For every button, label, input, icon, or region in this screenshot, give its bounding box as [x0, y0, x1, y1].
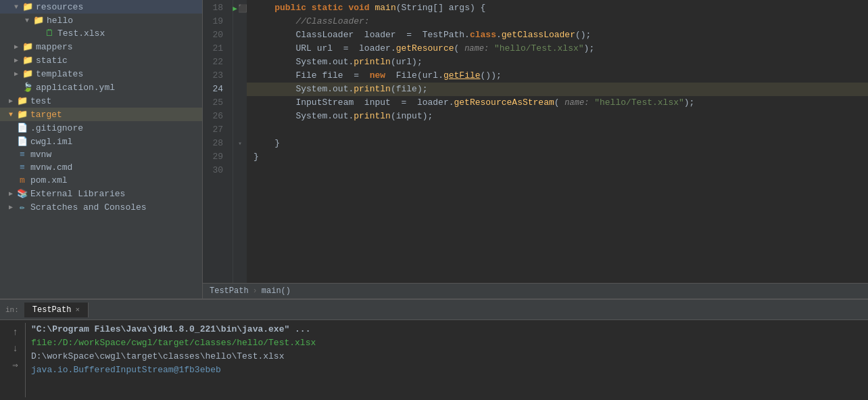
gutter-22	[233, 55, 247, 69]
line-num-29: 29	[203, 150, 227, 164]
application-yml-label: application.yml	[36, 83, 202, 93]
folder-icon: 📁	[32, 15, 45, 26]
templates-label: templates	[36, 69, 202, 79]
scroll-down-button[interactable]: ↓	[9, 342, 22, 355]
console-line-1: "C:\Program Files\Java\jdk1.8.0_221\bin\…	[31, 323, 863, 336]
cwgl-iml-label: cwgl.iml	[30, 137, 202, 147]
folder-icon: 📁	[22, 41, 34, 52]
scratches-icon: ✏	[16, 202, 28, 213]
redirect-button[interactable]: ⇒	[9, 358, 22, 372]
folder-icon: 📁	[22, 55, 34, 66]
ext-lib-arrow: ▶	[5, 190, 16, 198]
breadcrumb-method[interactable]: main()	[262, 286, 291, 296]
static-arrow: ▶	[11, 56, 22, 64]
console-output: "C:\Program Files\Java\jdk1.8.0_221\bin\…	[31, 323, 863, 397]
code-line-30	[247, 164, 868, 177]
sidebar-item-mappers[interactable]: ▶ 📁 mappers	[0, 40, 202, 53]
line-num-25: 25	[203, 96, 227, 110]
test-xlsx-label: Test.xlsx	[57, 28, 202, 39]
sidebar-item-target[interactable]: ▼ 📁 target	[0, 108, 202, 121]
scratches-label: Scratches and Consoles	[30, 202, 202, 213]
folder-icon: 📁	[16, 95, 28, 106]
code-line-23: File file = new File(url.getFile());	[247, 69, 868, 83]
target-folder-icon: 📁	[16, 109, 28, 120]
gutter-18[interactable]: ▶ ⬛	[233, 1, 247, 15]
code-line-29: }	[247, 150, 868, 164]
mvnw-label: mvnw	[30, 150, 202, 160]
sidebar: ▼ 📁 resources ▼ 📁 hello 🗒 Test.xlsx ▶ 📁 …	[0, 0, 203, 298]
external-libraries-label: External Libraries	[30, 189, 202, 199]
code-line-19: //ClassLoader:	[247, 15, 868, 28]
yaml-icon: 🍃	[22, 82, 34, 93]
line-num-30: 30	[203, 164, 227, 177]
sidebar-item-gitignore[interactable]: 📄 .gitignore	[0, 121, 202, 135]
folder-icon: 📁	[22, 68, 34, 79]
sidebar-item-resources[interactable]: ▼ 📁 resources	[0, 0, 202, 14]
pom-xml-label: pom.xml	[30, 175, 202, 185]
line-num-26: 26	[203, 110, 227, 123]
sidebar-item-static[interactable]: ▶ 📁 static	[0, 53, 202, 67]
sidebar-item-mvnw[interactable]: ≡ mvnw	[0, 148, 202, 161]
bottom-tab-name: TestPath	[32, 305, 72, 315]
breadcrumb: TestPath › main()	[203, 283, 868, 298]
main-area: ▼ 📁 resources ▼ 📁 hello 🗒 Test.xlsx ▶ 📁 …	[0, 0, 868, 298]
sidebar-item-scratches[interactable]: ▶ ✏ Scratches and Consoles	[0, 200, 202, 214]
templates-arrow: ▶	[11, 70, 22, 78]
sidebar-item-hello[interactable]: ▼ 📁 hello	[0, 14, 202, 27]
static-label: static	[36, 55, 202, 66]
sidebar-item-mvnw-cmd[interactable]: ≡ mvnw.cmd	[0, 161, 202, 174]
console-sidebar: ↑ ↓ ⇒	[5, 323, 26, 397]
console-line-4: java.io.BufferedInputStream@1fb3ebeb	[31, 363, 863, 377]
target-arrow: ▼	[5, 111, 16, 118]
gutter-21	[233, 42, 247, 55]
sidebar-item-test-xlsx[interactable]: 🗒 Test.xlsx	[0, 27, 202, 40]
bottom-tab-close[interactable]: ×	[75, 306, 80, 314]
code-line-20: ClassLoader loader = TestPath.class.getC…	[247, 28, 868, 42]
code-line-25: InputStream input = loader.getResourceAs…	[247, 96, 868, 110]
code-line-21: URL url = loader.getResource( name: "hel…	[247, 42, 868, 55]
gutter-27	[233, 123, 247, 137]
scroll-up-button[interactable]: ↑	[9, 326, 22, 339]
gutter: ▶ ⬛ ▾	[233, 0, 247, 283]
line-num-21: 21	[203, 42, 227, 55]
code-area[interactable]: public static void main(String[] args) {…	[247, 0, 868, 283]
bottom-tab-testpath[interactable]: TestPath ×	[24, 303, 89, 317]
sidebar-item-external-libraries[interactable]: ▶ 📚 External Libraries	[0, 187, 202, 200]
line-num-20: 20	[203, 28, 227, 42]
line-numbers: 18 19 20 21 22 23 24 25 26 27 28 29 30	[203, 0, 233, 283]
xlsx-icon: 🗒	[43, 28, 55, 39]
line-num-19: 19	[203, 15, 227, 28]
library-icon: 📚	[16, 188, 28, 199]
bottom-tabs: in: TestPath ×	[0, 300, 868, 320]
target-label: target	[30, 110, 202, 120]
bottom-tab-prefix: in:	[0, 306, 24, 314]
test-label: test	[30, 96, 202, 106]
gutter-19	[233, 15, 247, 28]
code-line-24: System.out.println(file);	[247, 83, 868, 96]
code-line-26: System.out.println(input);	[247, 110, 868, 123]
line-num-28: 28	[203, 137, 227, 150]
gutter-30	[233, 164, 247, 177]
sidebar-item-application-yml[interactable]: 🍃 application.yml	[0, 81, 202, 94]
hello-label: hello	[47, 16, 202, 26]
code-line-28: }	[247, 137, 868, 150]
line-num-27: 27	[203, 123, 227, 137]
gitignore-icon: 📄	[16, 123, 28, 133]
sidebar-item-templates[interactable]: ▶ 📁 templates	[0, 67, 202, 81]
sidebar-item-pom-xml[interactable]: m pom.xml	[0, 174, 202, 187]
bottom-panel: in: TestPath × ↑ ↓ ⇒ "C:\Program Files\J…	[0, 298, 868, 400]
gutter-29	[233, 150, 247, 164]
console-content: ↑ ↓ ⇒ "C:\Program Files\Java\jdk1.8.0_22…	[0, 320, 868, 400]
gutter-28[interactable]: ▾	[233, 137, 247, 150]
resources-label: resources	[36, 2, 202, 12]
gutter-26	[233, 110, 247, 123]
code-line-22: System.out.println(url);	[247, 55, 868, 69]
sidebar-item-cwgl-iml[interactable]: 📄 cwgl.iml	[0, 135, 202, 148]
editor-content: 18 19 20 21 22 23 24 25 26 27 28 29 30 ▶…	[203, 0, 868, 283]
test-arrow: ▶	[5, 97, 16, 105]
sidebar-item-test[interactable]: ▶ 📁 test	[0, 94, 202, 108]
breadcrumb-sep: ›	[253, 286, 258, 296]
line-num-24: 24	[203, 83, 227, 96]
breadcrumb-class[interactable]: TestPath	[210, 286, 249, 296]
mvnw-icon: ≡	[16, 150, 28, 160]
